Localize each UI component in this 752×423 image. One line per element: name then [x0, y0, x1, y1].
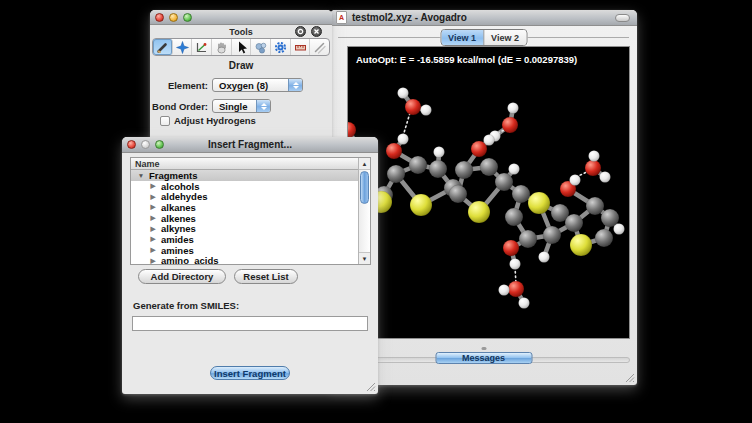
adjust-hydrogens-checkbox[interactable] [160, 116, 170, 126]
add-directory-button[interactable]: Add Directory [138, 269, 226, 284]
fragment-label: alcohols [161, 181, 200, 192]
bond-order-combobox[interactable]: Single [212, 99, 271, 113]
autorotate-tool-button[interactable] [251, 39, 271, 55]
bondcentric-tool-button[interactable] [192, 39, 212, 55]
fragment-item-amino_acids[interactable]: ▶amino_acids [131, 256, 358, 265]
minimize-button [141, 140, 150, 149]
selection-tool-button[interactable] [232, 39, 252, 55]
scroll-up-icon[interactable]: ▲ [359, 158, 370, 170]
fragment-label: amines [161, 245, 194, 256]
autooptimize-tool-button[interactable] [271, 39, 291, 55]
fragment-root-row[interactable]: ▼Fragments [131, 170, 358, 181]
fragment-titlebar[interactable]: Insert Fragment... [122, 137, 378, 153]
fragment-item-alcohols[interactable]: ▶alcohols [131, 181, 358, 192]
gl-viewport[interactable]: AutoOpt: E = -16.5859 kcal/mol (dE = 0.0… [347, 46, 630, 339]
view-tabs: View 1 View 2 [440, 29, 527, 46]
close-button[interactable] [127, 140, 136, 149]
adjust-hydrogens-row: Adjust Hydrogens [160, 115, 256, 126]
fragment-item-alkynes[interactable]: ▶alkynes [131, 223, 358, 234]
tab-view-1[interactable]: View 1 [441, 30, 484, 45]
fragment-item-amines[interactable]: ▶amines [131, 245, 358, 256]
close-button[interactable] [155, 13, 164, 22]
fragment-label: amino_acids [161, 255, 219, 264]
combo-arrows-icon [256, 100, 270, 112]
autoopt-status-text: AutoOpt: E = -16.5859 kcal/mol (dE = 0.0… [356, 54, 577, 65]
reset-list-button[interactable]: Reset List [234, 269, 298, 284]
fragment-item-amides[interactable]: ▶amides [131, 234, 358, 245]
manipulate-tool-button[interactable] [212, 39, 232, 55]
tab-view-2[interactable]: View 2 [484, 30, 526, 45]
tools-toolbar [152, 38, 330, 56]
ruler-icon [294, 41, 307, 54]
splitter-handle[interactable] [481, 347, 486, 350]
scroll-thumb[interactable] [360, 171, 369, 204]
minimize-button[interactable] [169, 13, 178, 22]
fragment-item-alkanes[interactable]: ▶alkanes [131, 202, 358, 213]
toolbar-toggle-button[interactable] [615, 14, 630, 22]
expand-triangle-icon[interactable]: ▶ [149, 203, 157, 211]
main-window-title: testmol2.xyz - Avogadro [347, 12, 467, 23]
fragment-label: alkanes [161, 202, 196, 213]
bond-order-label: Bond Order: [150, 101, 208, 112]
bond-order-value: Single [219, 101, 248, 112]
close-x-icon [313, 28, 320, 35]
list-header-name[interactable]: Name [131, 158, 358, 170]
fragment-item-aldehydes[interactable]: ▶aldehydes [131, 191, 358, 202]
align-icon [313, 41, 326, 54]
draw-section-title: Draw [150, 60, 332, 71]
dock-float-button[interactable] [295, 26, 306, 37]
fragment-label: Fragments [149, 170, 198, 181]
resize-grip-icon[interactable] [366, 382, 376, 392]
tools-titlebar[interactable] [150, 10, 332, 25]
scroll-down-icon[interactable]: ▼ [359, 252, 370, 264]
element-label: Element: [150, 80, 208, 91]
bond-order-row: Bond Order: Single [150, 99, 332, 114]
molecule-render [348, 47, 629, 338]
combo-arrows-icon [288, 79, 302, 91]
expand-triangle-icon[interactable]: ▶ [149, 182, 157, 190]
element-combobox[interactable]: Oxygen (8) [212, 78, 303, 92]
expand-triangle-icon[interactable]: ▶ [149, 235, 157, 243]
tools-dock-header: Tools [150, 25, 332, 38]
zoom-button[interactable] [183, 13, 192, 22]
element-row: Element: Oxygen (8) [150, 78, 332, 93]
gear-icon [274, 41, 287, 54]
main-titlebar[interactable]: A testmol2.xyz - Avogadro [330, 10, 637, 26]
expand-triangle-icon[interactable]: ▶ [149, 193, 157, 201]
fragment-label: amides [161, 234, 194, 245]
smiles-label: Generate from SMILES: [133, 300, 239, 311]
fragment-list: Name ▼Fragments▶alcohols▶aldehydes▶alkan… [130, 157, 371, 265]
float-icon [297, 28, 304, 35]
list-scrollbar[interactable]: ▲ ▼ [358, 158, 370, 264]
autorotate-icon [254, 41, 267, 54]
fragment-item-alkenes[interactable]: ▶alkenes [131, 213, 358, 224]
align-tool-button[interactable] [310, 39, 329, 55]
measure-tool-button[interactable] [291, 39, 311, 55]
dock-close-button[interactable] [311, 26, 322, 37]
adjust-hydrogens-label: Adjust Hydrogens [174, 115, 256, 126]
fragment-window-title: Insert Fragment... [164, 139, 336, 150]
desktop: A testmol2.xyz - Avogadro View 1 View 2 … [0, 0, 752, 423]
document-icon: A [336, 11, 347, 24]
insert-fragment-button[interactable]: Insert Fragment [210, 366, 290, 380]
navigate-tool-button[interactable] [173, 39, 193, 55]
hand-icon [215, 41, 228, 54]
cursor-icon [235, 41, 248, 54]
collapse-triangle-icon[interactable]: ▼ [137, 172, 145, 179]
expand-triangle-icon[interactable]: ▶ [149, 257, 157, 264]
expand-triangle-icon[interactable]: ▶ [149, 246, 157, 254]
fragment-label: aldehydes [161, 191, 207, 202]
fragment-label: alkenes [161, 213, 196, 224]
fragment-label: alkynes [161, 223, 196, 234]
expand-triangle-icon[interactable]: ▶ [149, 214, 157, 222]
insert-fragment-window: Insert Fragment... Name ▼Fragments▶alcoh… [122, 137, 378, 394]
expand-triangle-icon[interactable]: ▶ [149, 225, 157, 233]
navigate-star-icon [176, 41, 189, 54]
messages-button[interactable]: Messages [435, 352, 532, 364]
zoom-button[interactable] [155, 140, 164, 149]
fragment-rows: ▼Fragments▶alcohols▶aldehydes▶alkanes▶al… [131, 170, 358, 264]
bondcentric-icon [195, 41, 208, 54]
resize-grip-icon[interactable] [625, 373, 635, 383]
smiles-input[interactable] [132, 316, 368, 331]
draw-tool-button[interactable] [153, 39, 173, 55]
